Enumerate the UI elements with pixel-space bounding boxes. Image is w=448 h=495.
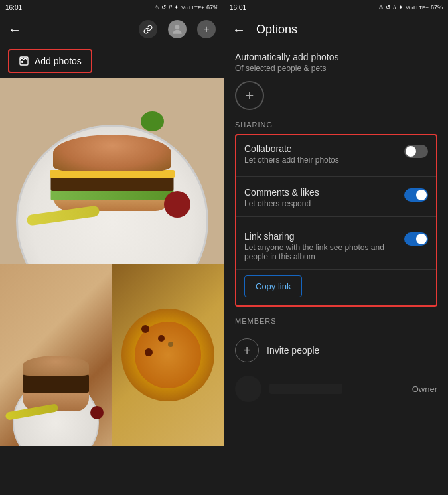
comments-text: Comments & likes Let others respond [244, 187, 396, 208]
right-status-icons: ⚠ ↺ // ✦ Vod LTE+ 67% [378, 4, 443, 11]
right-top-bar: ← Options [224, 15, 448, 44]
member-info [235, 376, 412, 402]
members-label: MEMBERS [235, 317, 437, 325]
page-title: Options [256, 23, 297, 36]
add-circle-button[interactable]: + [235, 81, 264, 110]
comments-toggle[interactable] [404, 188, 428, 202]
sharing-box: Collaborate Let others add their photos … [235, 134, 437, 307]
collaborate-toggle[interactable] [404, 145, 428, 158]
photos-grid [0, 78, 224, 495]
veggie-layer [50, 190, 173, 200]
invite-text: Invite people [267, 345, 319, 356]
link-title: Link sharing [244, 231, 396, 242]
bottom-photos-row [0, 264, 224, 446]
collaborate-text: Collaborate Let others add their photos [244, 143, 396, 165]
avatar-btn[interactable] [168, 20, 187, 38]
link-toggle-knob [416, 234, 427, 244]
add-photos-button[interactable]: Add photos [8, 49, 92, 73]
right-content: Automatically add photos Of selected peo… [224, 44, 448, 495]
topping1 [141, 325, 149, 333]
add-person-btn[interactable]: + [197, 20, 216, 38]
back-button[interactable]: ← [8, 22, 21, 37]
link-toggle[interactable] [404, 232, 428, 246]
member-row: Owner [235, 370, 437, 407]
members-section: MEMBERS + Invite people Owner [235, 317, 437, 407]
divider-2 [236, 220, 436, 220]
topping4 [168, 342, 173, 347]
patty-small [23, 374, 89, 393]
copy-link-button[interactable]: Copy link [244, 275, 302, 297]
left-panel: 16:01 ⚠ ↺ // ✦ Vod LTE+ 67% ← [0, 0, 224, 495]
divider-1 [236, 176, 436, 177]
sharing-label: SHARING [235, 121, 437, 129]
member-avatar [235, 376, 261, 402]
left-status-icons: ⚠ ↺ // ✦ Vod LTE+ 67% [154, 4, 218, 11]
action-row: Add photos [0, 44, 224, 78]
auto-add-section: Automatically add photos Of selected peo… [235, 52, 437, 110]
collaborate-title: Collaborate [244, 143, 396, 154]
invite-row[interactable]: + Invite people [235, 330, 437, 370]
topping3 [145, 348, 153, 356]
link-text: Link sharing Let anyone with the link se… [244, 231, 396, 261]
comments-item: Comments & likes Let others respond [236, 179, 436, 217]
collaborate-toggle-knob [406, 146, 416, 157]
link-sharing-item: Link sharing Let anyone with the link se… [236, 223, 436, 270]
add-photos-label: Add photos [35, 56, 82, 66]
options-back-button[interactable]: ← [232, 22, 246, 37]
left-status-time: 16:01 [5, 4, 22, 11]
burger-small-photo [0, 264, 112, 446]
photo-small-2[interactable] [112, 264, 224, 446]
invite-plus-icon: + [235, 338, 259, 362]
right-panel: 16:01 ⚠ ↺ // ✦ Vod LTE+ 67% ← Options Au… [224, 0, 448, 495]
burger-photo [0, 78, 224, 264]
chutney [141, 111, 164, 131]
link-icon [143, 25, 153, 34]
auto-add-title: Automatically add photos [235, 52, 437, 62]
avatar-icon [171, 23, 184, 36]
main-photo[interactable] [0, 78, 224, 264]
left-status-bar: 16:01 ⚠ ↺ // ✦ Vod LTE+ 67% [0, 0, 224, 15]
owner-label: Owner [412, 384, 437, 394]
link-icon-btn[interactable] [139, 20, 157, 38]
patty [50, 177, 173, 191]
comments-sub: Let others respond [244, 199, 396, 208]
member-name-placeholder [269, 384, 342, 394]
comments-title: Comments & likes [244, 187, 396, 198]
svg-point-2 [21, 61, 23, 62]
top-bar-icons: + [139, 20, 216, 38]
auto-add-sub: Of selected people & pets [235, 64, 437, 73]
comments-toggle-knob [416, 190, 427, 200]
sauce-small [90, 406, 104, 419]
right-status-time: 16:01 [230, 4, 246, 11]
bun-top [53, 135, 171, 171]
bun-top-small [23, 356, 89, 376]
right-status-bar: 16:01 ⚠ ↺ // ✦ Vod LTE+ 67% [224, 0, 448, 15]
add-icon: + [203, 23, 209, 35]
svg-point-0 [175, 25, 180, 29]
add-circle-icon: + [246, 87, 254, 104]
sauce-red [164, 191, 190, 218]
collaborate-item: Collaborate Let others add their photos [236, 135, 436, 173]
collaborate-sub: Let others add their photos [244, 155, 396, 165]
add-photos-icon [19, 56, 29, 66]
link-sub: Let anyone with the link see photos and … [244, 243, 396, 261]
left-top-bar: ← + [0, 15, 224, 44]
pizza-photo [112, 264, 224, 446]
pizza-base [121, 309, 214, 401]
photo-small-1[interactable] [0, 264, 112, 446]
topping2 [158, 335, 165, 342]
